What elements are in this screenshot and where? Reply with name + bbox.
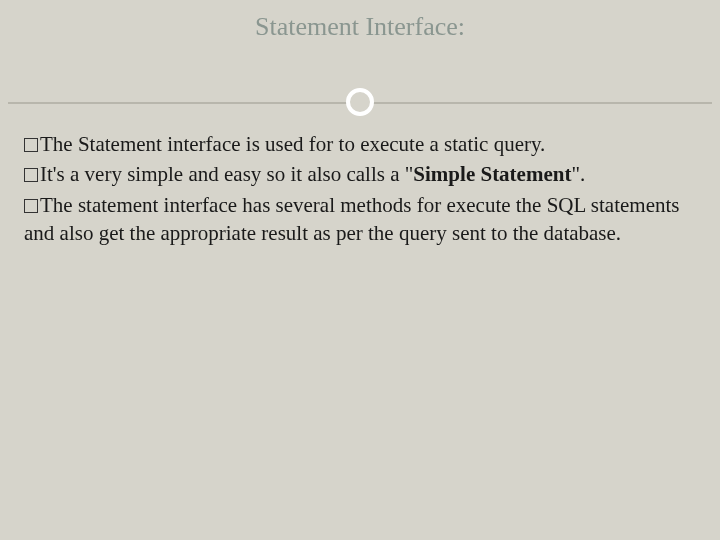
bullet-item: It's a very simple and easy so it also c…: [24, 160, 696, 188]
content-area: The Statement interface is used for to e…: [24, 130, 696, 249]
bullet-item: The Statement interface is used for to e…: [24, 130, 696, 158]
bullet-text: The Statement interface is used for to e…: [40, 132, 545, 156]
square-bullet-icon: [24, 168, 38, 182]
bullet-text-before: It's a very simple and easy so it also c…: [40, 162, 413, 186]
square-bullet-icon: [24, 199, 38, 213]
slide-container: Statement Interface: The Statement inter…: [0, 0, 720, 540]
divider-circle-icon: [346, 88, 374, 116]
square-bullet-icon: [24, 138, 38, 152]
bullet-text-after: ".: [571, 162, 585, 186]
slide-title: Statement Interface:: [0, 0, 720, 42]
bullet-text-bold: Simple Statement: [413, 162, 571, 186]
bullet-text: The statement interface has several meth…: [24, 193, 679, 245]
bullet-item: The statement interface has several meth…: [24, 191, 696, 248]
divider: [0, 88, 720, 118]
